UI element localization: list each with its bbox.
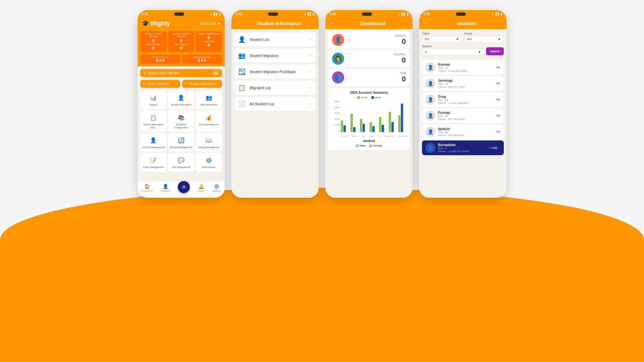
student-keenan[interactable]: 👤 Keenan Roll : 15 Phone : 1-918-816-265… — [422, 60, 504, 75]
footer-notice[interactable]: 🔔 Notice — [198, 184, 205, 196]
notch-2 — [268, 12, 278, 16]
credit-dot — [357, 96, 360, 99]
migrated-list-icon: 📋 — [238, 84, 246, 92]
status-time-3: 1:41 — [329, 12, 336, 16]
migrated-list-item[interactable]: 📋 Migrated List › — [234, 81, 316, 95]
menu-account[interactable]: 👤 Account Management — [140, 133, 167, 152]
menu-sms[interactable]: 💬 Sms Management — [168, 153, 195, 171]
student-furman[interactable]: 👤 Furman Roll : 39 Phone : 857-691-5407 … — [422, 108, 504, 123]
back-button-4[interactable]: ← — [423, 20, 429, 26]
teachers-count: 0 — [347, 56, 406, 65]
fab-add-button[interactable]: + — [178, 181, 190, 193]
quick-collection-btn[interactable]: 🏷 Quick Collection — [140, 80, 180, 88]
year-selector[interactable]: 2025-2026 ▼ — [200, 22, 221, 25]
furman-phone: Phone : 857-691-5407 — [438, 118, 494, 121]
student-list: 👤 Keenan Roll : 15 Phone : 1-918-816-265… — [419, 60, 506, 155]
signal-icon-3: ▌▌ — [401, 12, 406, 16]
menu-routine[interactable]: 🔄 Routine Management — [168, 133, 195, 152]
students-label: students — [347, 34, 406, 37]
status-icons-1: ▲ ▌▌ ▮ — [210, 12, 221, 16]
furman-edit-icon[interactable]: ✏ — [496, 113, 500, 118]
total-teacher-value: 0 — [170, 46, 193, 51]
migration-pushback-label: Student Migration Pushback — [250, 70, 307, 74]
jennings-phone: Phone : 510-877-1867 — [438, 85, 494, 88]
greg-edit-icon[interactable]: ✏ — [496, 97, 500, 102]
staff-stat-card: 👥 Staff 0 — [328, 69, 410, 86]
phone3-body: 👤 students 0 👩‍🏫 Teachers 0 👥 — [325, 29, 413, 198]
gender-legend: Male Female — [331, 144, 407, 147]
add-button[interactable]: + Add — [486, 144, 500, 151]
signal-icon: ▌▌ — [214, 12, 218, 16]
back-button-2[interactable]: ← — [235, 20, 241, 26]
menu-academic[interactable]: 📚 Academic Configuration — [168, 110, 195, 132]
settings-icon: ⚙️ — [214, 184, 219, 189]
keenan-edit-icon[interactable]: ✏ — [496, 65, 500, 70]
status-time-1: 1:41 — [142, 12, 148, 16]
menu-library[interactable]: 📖 Library Management — [196, 133, 222, 152]
fees-banner[interactable]: 🏷 Today's Fees Collection 0 — [140, 69, 222, 77]
expense-label: Today's Expense — [184, 56, 220, 58]
income-card: Today's Income $ 0.0 — [140, 55, 180, 64]
phone4-title: students — [431, 21, 502, 26]
phone-4-students: 1:41 ▲ ▌▌ ▮ ← students Class KG ▼ — [419, 10, 506, 198]
group-label: Group — [464, 32, 504, 35]
credit-bar-3 — [370, 122, 372, 132]
menu-admin[interactable]: ⚙️ Administrator — [196, 153, 222, 171]
phone1-footer: 🏠 Dashboard 👤 Students + 🔔 Notice ⚙️ Set… — [138, 181, 225, 198]
staff-info-icon: 👥 — [204, 93, 214, 103]
signal-icon-4: ▌▌ — [495, 12, 500, 16]
student-attendance-btn[interactable]: 🏷 Student Attendance — [182, 80, 222, 88]
chart-title: 2025 Account Summery — [331, 91, 407, 95]
greg-details: Roll : 35 — [438, 99, 494, 102]
notice-icon: 🔔 — [198, 184, 204, 189]
students-stat-card: 👤 students 0 — [328, 31, 410, 49]
keenan-info: Keenan Roll : 15 Phone : 1-918-816-2659 — [438, 63, 494, 72]
gender-section-label: student — [331, 139, 407, 143]
student-jennings[interactable]: 👤 Jennings Roll : 16 Phone : 510-877-186… — [422, 76, 504, 91]
menu-staff-info[interactable]: 👥 Staff Information — [196, 90, 222, 109]
group-filter: Group N/A ▼ — [464, 32, 504, 43]
menu-report[interactable]: 📊 Report — [140, 90, 167, 109]
class-select[interactable]: KG ▼ — [422, 36, 462, 43]
staff-count: 0 — [347, 75, 406, 83]
status-icons-4: ▲ ▌▌ ▮ — [491, 12, 502, 16]
status-time-2: 1:41 — [235, 12, 242, 16]
bernadette-name: Bernadette — [438, 143, 483, 147]
bar-group-6 — [398, 104, 407, 132]
debit-bar-0 — [343, 125, 346, 132]
debit-label: debit — [375, 96, 381, 99]
status-bar-2: 1:41 ▲ ▌▌ ▮ — [231, 10, 319, 18]
back-button-3[interactable]: ← — [329, 20, 335, 26]
class-chevron-icon: ▼ — [456, 38, 459, 41]
greg-info: Greg Roll : 35 Phone : +1-231-204-9971 — [438, 95, 494, 105]
student-list-item[interactable]: 👤 Student List › — [234, 33, 316, 47]
ignacio-edit-icon[interactable]: ✏ — [496, 129, 500, 134]
fees-badge: 0 — [213, 71, 219, 75]
footer-settings[interactable]: ⚙️ Settings — [212, 184, 221, 196]
menu-student-attendance[interactable]: 📋 Student Attendance Infor... — [140, 110, 167, 132]
all-student-list-item[interactable]: 📄 All Student List › — [234, 97, 316, 111]
staff-present-value: 0 — [198, 35, 220, 40]
menu-fees[interactable]: 💰 Fees Management — [196, 110, 222, 132]
search-button[interactable]: search — [486, 47, 504, 55]
phone4-header: ← students — [419, 18, 506, 29]
income-value: $ 0.0 — [142, 58, 178, 62]
menu-exam[interactable]: 📝 Exam Management — [140, 153, 167, 171]
student-migration-pushback-item[interactable]: ↩️ Student Migration Pushback › — [234, 65, 316, 79]
credit-legend: credit — [357, 96, 368, 99]
student-migration-item[interactable]: 👥 Student Migration › — [234, 49, 316, 63]
group-select[interactable]: N/A ▼ — [464, 36, 504, 43]
footer-students[interactable]: 👤 Students — [161, 184, 170, 196]
library-icon: 📖 — [204, 136, 214, 145]
student-migration-icon: 👥 — [238, 52, 246, 59]
student-greg[interactable]: 👤 Greg Roll : 35 Phone : +1-231-204-9971… — [422, 92, 504, 107]
student-bernadette[interactable]: 👤 Bernadette Roll : 5 Phone : +1-352-727… — [422, 140, 504, 155]
phone4-body: Class KG ▼ Group N/A ▼ — [419, 29, 506, 198]
jennings-edit-icon[interactable]: ✏ — [496, 81, 500, 86]
menu-student-info[interactable]: 👤 Student Information — [168, 90, 195, 109]
footer-dashboard[interactable]: 🏠 Dashboard — [142, 184, 153, 196]
chevron-icon-1: › — [311, 53, 312, 58]
section-select[interactable]: A ▼ — [422, 49, 484, 55]
jennings-name: Jennings — [438, 79, 494, 82]
student-ignacio[interactable]: 👤 Ignacio Roll : 40 Phone : 220.900.5934… — [422, 124, 504, 139]
